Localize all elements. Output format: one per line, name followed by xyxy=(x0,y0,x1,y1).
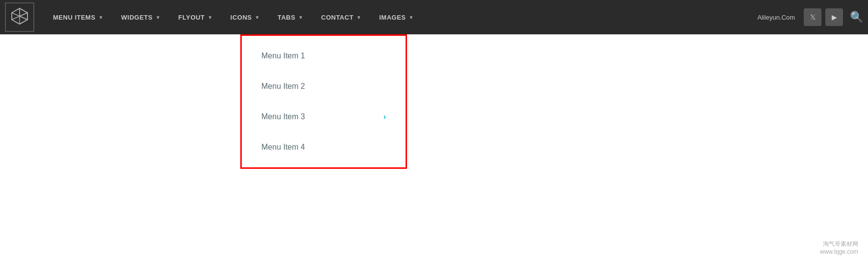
dropdown-item-4[interactable]: Menu Item 4 xyxy=(242,132,406,162)
chevron-down-icon: ▼ xyxy=(357,15,361,20)
dropdown-item-1[interactable]: Menu Item 1 xyxy=(242,41,406,71)
logo[interactable] xyxy=(5,2,34,32)
youtube-icon: ▶ xyxy=(832,13,837,21)
youtube-button[interactable]: ▶ xyxy=(825,8,843,26)
watermark: 淘气哥素材网 www.tqge.com xyxy=(820,240,858,255)
watermark-line2: www.tqge.com xyxy=(820,248,858,255)
nav-item-menu-items[interactable]: MENU ITEMS ▼ xyxy=(44,0,112,34)
nav-item-images[interactable]: IMAGES ▼ xyxy=(370,0,423,34)
twitter-icon: 𝕏 xyxy=(810,13,816,21)
flyout-dropdown: Menu Item 1 Menu Item 2 Menu Item 3 › Me… xyxy=(240,34,407,169)
nav-item-tabs[interactable]: TABS ▼ xyxy=(269,0,312,34)
chevron-down-icon: ▼ xyxy=(207,15,212,20)
dropdown-item-3[interactable]: Menu Item 3 › xyxy=(242,102,406,132)
brand-text: Alileyun.Com xyxy=(757,14,795,21)
nav-item-widgets[interactable]: WIDGETS ▼ xyxy=(112,0,170,34)
svg-line-5 xyxy=(12,13,20,16)
nav-item-flyout[interactable]: FLYOUT ▼ xyxy=(170,0,222,34)
twitter-button[interactable]: 𝕏 xyxy=(804,8,821,26)
dropdown-item-2[interactable]: Menu Item 2 xyxy=(242,71,406,102)
nav-item-icons[interactable]: ICONS ▼ xyxy=(222,0,269,34)
logo-icon xyxy=(11,7,28,27)
chevron-down-icon: ▼ xyxy=(298,15,303,20)
nav-item-contact[interactable]: CONTACT ▼ xyxy=(312,0,371,34)
svg-line-6 xyxy=(12,16,20,20)
nav-items: MENU ITEMS ▼ WIDGETS ▼ FLYOUT ▼ ICONS ▼ … xyxy=(44,0,757,34)
chevron-down-icon: ▼ xyxy=(255,15,260,20)
chevron-down-icon: ▼ xyxy=(409,15,414,20)
chevron-down-icon: ▼ xyxy=(99,15,103,20)
search-button[interactable]: 🔍 xyxy=(850,11,863,24)
search-icon: 🔍 xyxy=(850,11,863,23)
chevron-right-icon: › xyxy=(383,112,386,121)
nav-right: Alileyun.Com 𝕏 ▶ 🔍 xyxy=(757,8,863,26)
chevron-down-icon: ▼ xyxy=(155,15,160,20)
watermark-line1: 淘气哥素材网 xyxy=(820,240,858,248)
navbar: MENU ITEMS ▼ WIDGETS ▼ FLYOUT ▼ ICONS ▼ … xyxy=(0,0,868,34)
svg-marker-2 xyxy=(20,13,27,20)
